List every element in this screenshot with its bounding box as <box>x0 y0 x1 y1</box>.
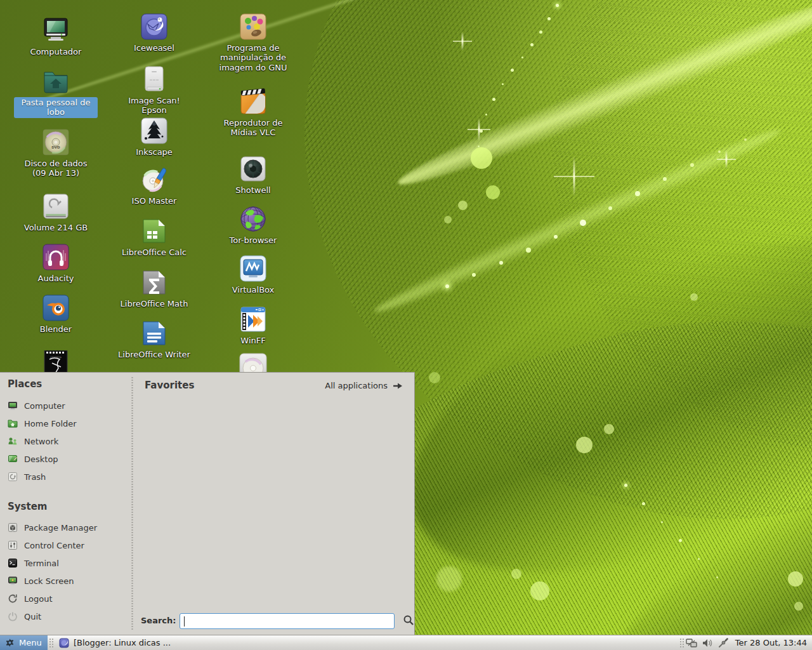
bottom-panel: Menu [Blogger: Linux dicas ... <box>0 635 812 650</box>
taskbar-window-blogger[interactable]: [Blogger: Linux dicas ... <box>55 636 174 650</box>
desktop-icon-iceweasel[interactable]: Iceweasel <box>107 13 202 53</box>
desktop-icon-inkscape[interactable]: Inkscape <box>107 117 202 157</box>
desktop-icon-label: Audacity <box>36 273 77 284</box>
home-folder-icon <box>42 67 70 95</box>
logout-icon <box>8 594 18 604</box>
desktop-icon-disco-dados[interactable]: DVD Disco de dados (09 Abr 13) <box>8 128 103 179</box>
desktop-icon-lo-math[interactable]: LibreOffice Math <box>107 269 202 309</box>
menu-button-label: Menu <box>19 638 42 647</box>
menu-item-home-folder[interactable]: Home Folder <box>5 415 127 432</box>
menu-item-label: Computer <box>24 401 65 411</box>
trash-small-icon <box>8 472 18 482</box>
desktop-icon-label: Shotwell <box>233 185 273 196</box>
desktop-icon-volume[interactable]: Volume 214 GB <box>8 192 103 233</box>
menu-item-label: Logout <box>24 594 53 604</box>
menu-left-column: Places Computer Home Folder Network Desk… <box>0 373 131 635</box>
desktop-icon-label: Disco de dados (09 Abr 13) <box>14 158 98 179</box>
iceweasel-window-icon <box>59 638 69 648</box>
tor-browser-icon <box>239 205 267 233</box>
menu-item-label: Desktop <box>24 454 58 464</box>
desktop-icon-vlc[interactable]: Reprodutor de Mídias VLC <box>206 88 301 138</box>
control-center-icon <box>8 540 18 550</box>
panel-handle[interactable] <box>49 638 54 648</box>
shotwell-icon <box>239 155 267 183</box>
home-folder-small-icon <box>8 418 18 428</box>
desktop-icon-label: Iceweasel <box>131 43 177 53</box>
blender-icon <box>42 294 70 322</box>
sparkle-star <box>554 156 594 197</box>
menu-item-label: Control Center <box>24 541 84 550</box>
desktop-icon-label: VirtualBox <box>230 284 277 295</box>
system-section-title: System <box>8 501 47 512</box>
all-applications-label: All applications <box>325 381 388 390</box>
favorites-title: Favorites <box>145 380 194 391</box>
desktop-icon-computador[interactable]: Computador <box>8 17 103 57</box>
menu-item-label: Terminal <box>24 559 59 568</box>
menu-item-label: Package Manager <box>24 523 97 533</box>
menu-item-logout[interactable]: Logout <box>5 590 127 607</box>
menu-item-label: Network <box>24 437 58 446</box>
network-small-icon <box>8 436 18 446</box>
desktop-icon-virtualbox[interactable]: VirtualBox <box>206 255 301 295</box>
gear-icon <box>5 638 15 647</box>
search-input-box[interactable] <box>180 613 395 629</box>
menu-item-label: Home Folder <box>24 419 77 428</box>
desktop-icon-label: Volume 214 GB <box>22 222 90 233</box>
gimp-icon <box>239 13 267 41</box>
volume-icon[interactable] <box>702 637 713 649</box>
libreoffice-math-icon <box>140 269 168 296</box>
search-input[interactable] <box>180 614 394 628</box>
desktop-icon-label: Tor-browser <box>227 235 280 246</box>
scanner-icon <box>140 65 168 93</box>
menu-item-network[interactable]: Network <box>5 432 127 450</box>
desktop-icon-audacity[interactable]: Audacity <box>8 243 103 284</box>
libreoffice-writer-icon <box>140 319 168 347</box>
menu-column-separator <box>131 376 133 631</box>
desktop-icon-shotwell[interactable]: Shotwell <box>206 155 301 196</box>
desktop-icon-pasta-pessoal[interactable]: Pasta pessoal de lobo <box>8 67 103 118</box>
libreoffice-calc-icon <box>140 217 168 245</box>
menu-item-label: Lock Screen <box>24 576 74 586</box>
menu-item-desktop[interactable]: Desktop <box>5 450 127 468</box>
quit-power-icon <box>8 611 18 621</box>
system-tray <box>686 637 733 649</box>
desktop-icon-label: LibreOffice Writer <box>115 349 193 360</box>
desktop-icon-blender[interactable]: Blender <box>8 294 103 335</box>
menu-item-label: Trash <box>24 472 46 482</box>
desktop-icon-label: Inkscape <box>133 147 175 157</box>
menu-item-quit[interactable]: Quit <box>5 607 127 625</box>
desktop-icon-label: Blender <box>37 324 74 335</box>
menu-item-lock-screen[interactable]: Lock Screen <box>5 572 127 590</box>
desktop-icon-label: LibreOffice Calc <box>119 247 189 258</box>
menu-item-terminal[interactable]: Terminal <box>5 554 127 572</box>
desktop-icon-gimp[interactable]: Programa de manipulação de imagem do GNU <box>206 13 301 73</box>
desktop-icon-image-scan[interactable]: Image Scan! Epson <box>107 65 202 116</box>
network-icon[interactable] <box>686 637 697 649</box>
desktop-icon-label: Computador <box>28 46 84 57</box>
dvd-disc-icon: DVD <box>42 128 70 156</box>
desktop-icon-tor-browser[interactable]: Tor-browser <box>206 205 301 246</box>
computer-small-icon <box>8 401 18 411</box>
menu-item-trash[interactable]: Trash <box>5 468 127 486</box>
drive-volume-icon <box>42 192 70 220</box>
panel-handle[interactable] <box>679 638 684 648</box>
tablet-pen-icon[interactable] <box>717 637 729 649</box>
desktop: cinelerra Computador Pasta pessoal de lo… <box>0 0 812 650</box>
iso-master-icon <box>140 166 168 194</box>
desktop-icon-label: Programa de manipulação de imagem do GNU <box>211 43 295 73</box>
menu-item-control-center[interactable]: Control Center <box>5 536 127 554</box>
all-applications-button[interactable]: All applications <box>325 381 403 390</box>
desktop-icon-iso-master[interactable]: ISO Master <box>107 166 202 206</box>
menu-button[interactable]: Menu <box>0 635 48 650</box>
desktop-icon-lo-calc[interactable]: LibreOffice Calc <box>107 217 202 258</box>
clock[interactable]: Ter 28 Out, 13:44 <box>733 638 812 647</box>
desktop-icon-label: LibreOffice Math <box>118 298 191 309</box>
desktop-icon-label: WinFF <box>238 335 268 346</box>
menu-item-package-manager[interactable]: Package Manager <box>5 519 127 536</box>
search-icon[interactable] <box>403 614 414 626</box>
desktop-icon-label: ISO Master <box>129 196 180 206</box>
desktop-icon-label: Pasta pessoal de lobo <box>14 97 98 118</box>
menu-item-computer[interactable]: Computer <box>5 397 127 415</box>
desktop-icon-winff[interactable]: WinFF <box>206 305 301 346</box>
desktop-icon-lo-writer[interactable]: LibreOffice Writer <box>107 319 202 360</box>
